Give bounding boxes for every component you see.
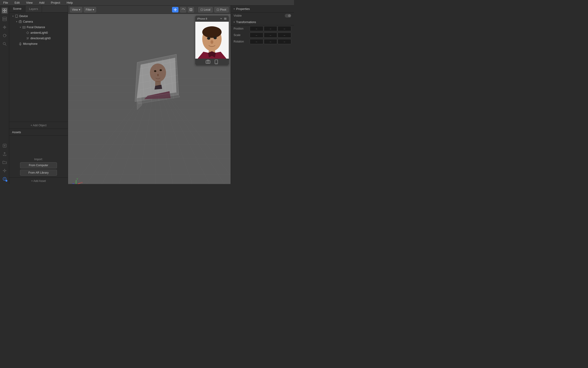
tree-item-focal[interactable]: ▾ Focal Distance — [9, 25, 68, 30]
visible-toggle[interactable] — [285, 14, 291, 18]
svg-point-14 — [4, 170, 5, 171]
plugin-activity-icon[interactable] — [1, 167, 8, 174]
tree-label-microphone: Microphone — [23, 42, 38, 46]
move-tool-button[interactable] — [172, 7, 178, 12]
preview-phone-icon[interactable] — [214, 60, 219, 64]
svg-rect-25 — [20, 20, 21, 21]
tab-scene[interactable]: Scene — [9, 6, 25, 12]
help-activity-icon[interactable]: ? — [1, 176, 8, 182]
svg-rect-105 — [207, 60, 209, 61]
iphone-chevron-icon — [219, 17, 223, 20]
scale-fields: – – – — [250, 33, 291, 38]
iphone-preview-header: iPhone 8 — [195, 16, 229, 22]
ambient-light-icon — [26, 31, 29, 35]
from-computer-button[interactable]: From Computer — [20, 162, 57, 168]
preview-camera-icon[interactable] — [206, 60, 210, 64]
assets-content: Import: From Computer From AR Library — [9, 136, 68, 177]
svg-rect-43 — [201, 9, 203, 11]
components-activity-icon[interactable] — [1, 24, 8, 30]
scene-activity-icon[interactable] — [1, 7, 8, 14]
iphone-preview-footer — [195, 59, 229, 65]
menu-file[interactable]: File — [2, 0, 9, 5]
svg-line-10 — [5, 45, 6, 46]
properties-header: ▾ Properties — [231, 6, 294, 12]
scale-y-value: – — [270, 34, 271, 37]
svg-point-82 — [154, 70, 156, 72]
tab-layers[interactable]: Layers — [25, 6, 42, 12]
svg-rect-4 — [3, 17, 7, 19]
svg-point-24 — [20, 21, 21, 22]
visible-row: Visible — [231, 12, 294, 19]
scale-row: Scale – – – — [231, 32, 294, 38]
tree-item-microphone[interactable]: ▸ Microphone — [9, 41, 68, 47]
add-object-button[interactable]: + Add Object — [9, 122, 68, 129]
position-fields: – – – — [250, 26, 291, 31]
layout-activity-icon[interactable] — [1, 16, 8, 22]
svg-rect-44 — [217, 9, 219, 11]
position-z-field[interactable]: – — [278, 26, 291, 31]
scale-z-value: – — [284, 34, 285, 37]
rotate-tool-button[interactable] — [180, 7, 186, 12]
position-x-value: – — [256, 27, 257, 30]
menu-add[interactable]: Add — [38, 0, 46, 5]
tree-item-camera[interactable]: ▾ Camera — [9, 19, 68, 25]
svg-point-28 — [27, 32, 29, 34]
menu-view[interactable]: View — [25, 0, 34, 5]
pivot-button[interactable]: Pivot — [214, 7, 229, 12]
panel-tabs: Scene Layers — [9, 6, 68, 12]
tree-item-directional[interactable]: ▸ directionalLight0 — [9, 36, 68, 41]
scale-y-field[interactable]: – — [264, 33, 277, 38]
transformations-section-header[interactable]: ▾ Transformations — [231, 19, 294, 25]
folder-activity-icon[interactable] — [1, 159, 8, 166]
menu-help[interactable]: Help — [65, 0, 74, 5]
menu-project[interactable]: Project — [49, 0, 61, 5]
tree-item-ambient[interactable]: ▸ ambientLight0 — [9, 30, 68, 36]
tree-item-device[interactable]: ▾ Device — [9, 13, 68, 19]
scale-x-field[interactable]: – — [250, 33, 263, 38]
position-x-field[interactable]: – — [250, 26, 263, 31]
assets-header: Assets — [9, 129, 68, 136]
main-layout: ? Scene Layers ▾ Device — [0, 6, 294, 184]
position-y-field[interactable]: – — [264, 26, 277, 31]
svg-rect-107 — [216, 63, 217, 64]
iphone-menu-icon[interactable] — [224, 17, 227, 20]
add-layer-activity-icon[interactable] — [1, 142, 8, 149]
device-icon — [15, 14, 18, 18]
assets-panel: Assets Import: From Computer From AR Lib… — [9, 129, 68, 184]
svg-text:?: ? — [4, 178, 5, 181]
filter-dropdown[interactable]: Filter ▾ — [84, 7, 97, 12]
scale-z-field[interactable]: – — [278, 33, 291, 38]
menu-bar: File Edit View Add Project Help — [0, 0, 294, 6]
tree-label-focal: Focal Distance — [27, 26, 45, 29]
view-dropdown[interactable]: View ▾ — [70, 7, 82, 12]
transformations-title: Transformations — [236, 20, 256, 24]
rotation-x-field[interactable]: – — [250, 39, 263, 44]
svg-line-89 — [73, 184, 76, 184]
svg-point-83 — [159, 69, 162, 71]
viewport-3d[interactable]: X Y iPhone 8 — [68, 14, 231, 184]
directional-light-icon — [26, 37, 29, 40]
iphone-preview-panel: iPhone 8 — [195, 16, 229, 65]
microphone-icon — [18, 42, 22, 46]
rotation-y-field[interactable]: – — [264, 39, 277, 44]
view-dropdown-label: View — [72, 8, 78, 11]
from-ar-library-button[interactable]: From AR Library — [20, 170, 57, 176]
tree-label-device: Device — [19, 15, 28, 18]
position-z-value: – — [284, 27, 285, 30]
svg-point-98 — [202, 26, 222, 38]
scale-tool-button[interactable] — [188, 7, 194, 12]
left-panel: Scene Layers ▾ Device ▾ — [9, 6, 68, 184]
preview-face-svg — [195, 22, 229, 59]
share-activity-icon[interactable] — [1, 151, 8, 157]
sync-activity-icon[interactable] — [1, 32, 8, 39]
local-button[interactable]: Local — [198, 7, 213, 12]
menu-edit[interactable]: Edit — [13, 0, 21, 5]
svg-rect-5 — [3, 19, 7, 21]
add-asset-button[interactable]: + Add Asset — [9, 177, 68, 184]
rotation-z-field[interactable]: – — [278, 39, 291, 44]
svg-point-104 — [207, 61, 209, 63]
rotation-z-value: – — [284, 40, 285, 43]
rotation-fields: – – – — [250, 39, 291, 44]
search-activity-icon[interactable] — [1, 41, 8, 47]
focal-icon — [22, 25, 26, 29]
